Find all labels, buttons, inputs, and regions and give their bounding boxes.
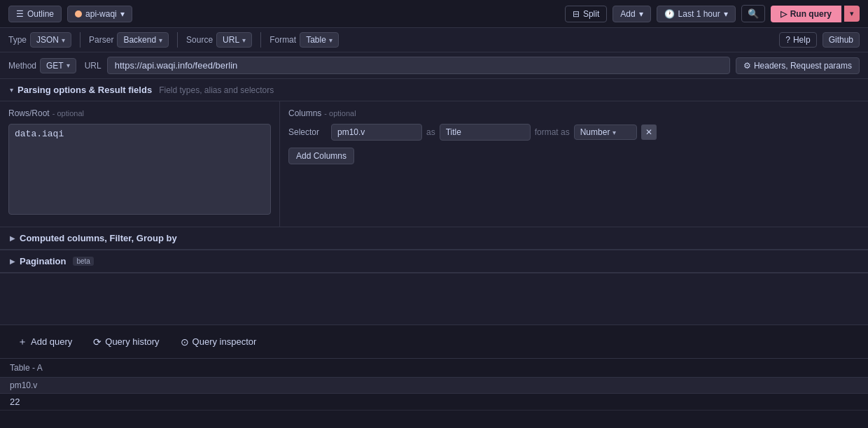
method-group: Method GET ▾ — [8, 58, 76, 73]
help-button[interactable]: ? Help — [779, 32, 816, 48]
format-group: Format Table ▾ — [270, 32, 339, 48]
type-value: JSON — [36, 35, 59, 45]
type-label: Type — [8, 35, 27, 45]
parsing-options-chevron-icon: ▾ — [10, 86, 13, 94]
format-select[interactable]: Table ▾ — [300, 32, 339, 48]
computed-columns-section: ▶ Computed columns, Filter, Group by — [0, 227, 868, 250]
github-badge[interactable]: Github — [822, 32, 860, 48]
beta-badge: beta — [73, 257, 93, 266]
add-query-label: Add query — [31, 336, 72, 347]
datasource-button[interactable]: api-waqi ▾ — [67, 6, 132, 22]
help-icon: ? — [785, 35, 790, 45]
outline-button[interactable]: ☰ Outline — [8, 6, 62, 22]
type-chevron-icon: ▾ — [62, 36, 65, 44]
columns-header: Columns - optional — [288, 108, 860, 118]
method-select[interactable]: GET ▾ — [40, 58, 76, 73]
clock-icon: 🕐 — [664, 9, 675, 19]
method-value: GET — [46, 61, 64, 71]
parser-chevron-icon: ▾ — [159, 36, 162, 44]
add-label: Add — [620, 9, 635, 19]
topbar-left: ☰ Outline api-waqi ▾ — [8, 6, 132, 22]
run-icon: ▷ — [780, 9, 787, 19]
type-group: Type JSON ▾ — [8, 32, 71, 48]
time-range-button[interactable]: 🕐 Last 1 hour ▾ — [657, 6, 736, 22]
source-label: Source — [186, 35, 213, 45]
add-query-button[interactable]: ＋ Add query — [8, 331, 81, 352]
selectors-row: Type JSON ▾ Parser Backend ▾ Source URL … — [0, 28, 868, 52]
table-row: 22 — [0, 394, 868, 411]
as-label: as — [426, 127, 435, 137]
format-as-value: Number — [580, 127, 610, 137]
outline-icon: ☰ — [16, 9, 24, 19]
format-as-label: format as — [535, 127, 570, 137]
split-label: Split — [583, 9, 599, 19]
table-header-row: pm10.v — [0, 378, 868, 394]
run-query-button[interactable]: ▷ Run query — [771, 6, 841, 22]
divider-3 — [260, 32, 261, 48]
url-input[interactable] — [107, 57, 730, 74]
parser-group: Parser Backend ▾ — [89, 32, 169, 48]
split-button[interactable]: ⊟ Split — [565, 6, 607, 22]
column-row: Selector as format as Number ▾ ✕ — [288, 124, 860, 141]
bottom-bar: ＋ Add query ⟳ Query history ⊙ Query insp… — [0, 324, 868, 358]
pagination-section: ▶ Pagination beta — [0, 250, 868, 273]
run-label: Run query — [790, 9, 832, 19]
method-label: Method — [8, 61, 36, 71]
headers-label: Headers, Request params — [754, 61, 852, 71]
add-button[interactable]: Add ▾ — [612, 6, 650, 22]
pagination-header[interactable]: ▶ Pagination beta — [0, 250, 868, 273]
format-as-select[interactable]: Number ▾ — [574, 124, 637, 140]
zoom-button[interactable]: 🔍 — [741, 5, 765, 22]
computed-columns-header[interactable]: ▶ Computed columns, Filter, Group by — [0, 227, 868, 250]
pagination-chevron-icon: ▶ — [10, 257, 15, 265]
divider-2 — [177, 32, 178, 48]
computed-chevron-icon: ▶ — [10, 234, 15, 242]
datasource-name: api-waqi — [85, 9, 117, 19]
rows-optional: - optional — [52, 109, 84, 117]
add-columns-label: Add Columns — [296, 151, 346, 161]
datasource-dot-icon — [75, 10, 82, 17]
url-row: Method GET ▾ URL ⚙ Headers, Request para… — [0, 52, 868, 79]
query-history-button[interactable]: ⟳ Query history — [84, 332, 168, 352]
settings-icon: ⚙ — [743, 61, 751, 71]
time-chevron-icon: ▾ — [724, 9, 728, 19]
selector-label: Selector — [288, 127, 327, 137]
parsing-options-section-header[interactable]: ▾ Parsing options & Result fields Field … — [0, 79, 868, 101]
delete-column-button[interactable]: ✕ — [641, 124, 657, 140]
add-chevron-icon: ▾ — [639, 9, 643, 19]
method-chevron-icon: ▾ — [66, 62, 70, 69]
parser-label: Parser — [89, 35, 113, 45]
parsing-options-content: Rows/Root - optional Columns - optional … — [0, 101, 868, 227]
source-value: URL — [223, 35, 239, 45]
query-history-label: Query history — [105, 336, 159, 347]
rows-textarea[interactable] — [8, 124, 271, 215]
parsing-options-subtitle: Field types, alias and selectors — [159, 85, 274, 95]
result-table: pm10.v 22 — [0, 378, 868, 411]
query-inspector-button[interactable]: ⊙ Query inspector — [172, 332, 266, 352]
headers-button[interactable]: ⚙ Headers, Request params — [736, 57, 860, 74]
rows-title: Rows/Root — [8, 108, 50, 118]
topbar-right: ⊟ Split Add ▾ 🕐 Last 1 hour ▾ 🔍 ▷ Run qu… — [565, 5, 860, 22]
format-value: Table — [306, 35, 326, 45]
pagination-title: Pagination — [20, 256, 66, 266]
source-chevron-icon: ▾ — [242, 36, 246, 44]
help-label: Help — [793, 35, 811, 45]
run-query-dropdown-button[interactable]: ▾ — [844, 6, 860, 22]
type-select[interactable]: JSON ▾ — [30, 32, 71, 48]
source-select[interactable]: URL ▾ — [216, 32, 252, 48]
format-as-chevron-icon: ▾ — [612, 129, 616, 136]
parser-select[interactable]: Backend ▾ — [117, 32, 169, 48]
parser-value: Backend — [123, 35, 156, 45]
columns-optional: - optional — [324, 109, 356, 117]
columns-panel: Columns - optional Selector as format as… — [280, 101, 868, 227]
query-inspector-label: Query inspector — [192, 336, 257, 347]
time-label: Last 1 hour — [678, 9, 720, 19]
table-result-header: Table - A — [0, 359, 868, 378]
zoom-icon: 🔍 — [748, 8, 759, 19]
split-icon: ⊟ — [573, 9, 580, 19]
title-input[interactable] — [440, 124, 531, 141]
history-icon: ⟳ — [93, 336, 102, 348]
add-columns-button[interactable]: Add Columns — [288, 148, 354, 164]
topbar: ☰ Outline api-waqi ▾ ⊟ Split Add ▾ 🕐 Las… — [0, 0, 868, 28]
selector-input[interactable] — [331, 124, 422, 141]
